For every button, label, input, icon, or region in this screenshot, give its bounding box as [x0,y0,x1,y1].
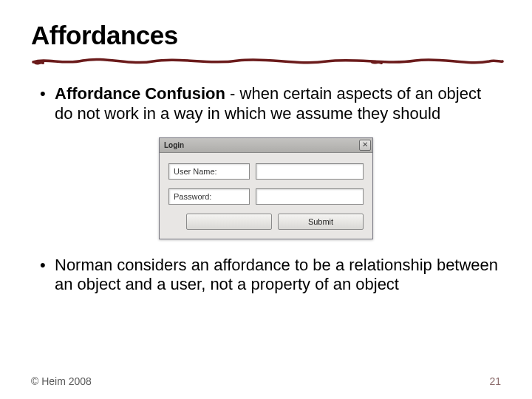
password-row: Password: [168,188,364,205]
close-icon[interactable]: ✕ [359,140,371,151]
slide-title: Affordances [31,21,501,50]
login-dialog: Login ✕ User Name: Password: Submit [159,137,373,239]
username-row: User Name: [168,163,364,180]
password-label-input[interactable]: Password: [168,188,250,205]
button-row: Submit [168,214,364,230]
copyright: © Heim 2008 [31,375,92,387]
blank-button[interactable] [186,214,272,230]
dialog-title: Login [164,141,184,149]
submit-label: Submit [308,217,333,226]
bullet-item: Affordance Confusion - when certain aspe… [40,84,501,124]
username-input[interactable] [256,163,364,180]
footer: © Heim 2008 21 [31,375,501,387]
password-label-text: Password: [174,192,211,201]
username-label-input[interactable]: User Name: [168,163,250,180]
page-number: 21 [489,375,501,387]
bullet-list: Affordance Confusion - when certain aspe… [31,84,501,124]
submit-button[interactable]: Submit [278,214,364,230]
bullet-item: Norman considers an affordance to be a r… [40,256,501,296]
username-label-text: User Name: [174,167,217,176]
bullet-list-2: Norman considers an affordance to be a r… [31,256,501,296]
slide: Affordances Affordance Confusion - when … [0,0,532,399]
title-underline [31,55,504,68]
dialog-titlebar: Login ✕ [160,138,372,153]
password-input[interactable] [256,188,364,205]
dialog-body: User Name: Password: Submit [160,153,372,239]
bullet-bold: Affordance Confusion [55,84,225,103]
bullet-text: Norman considers an affordance to be a r… [55,256,498,294]
